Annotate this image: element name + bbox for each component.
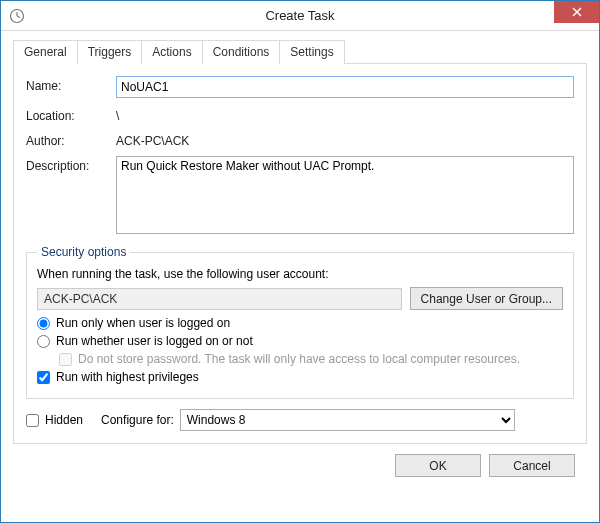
name-label: Name: [26, 76, 116, 93]
configure-for-label: Configure for: [101, 413, 174, 427]
create-task-window: Create Task General Triggers Actions Con… [0, 0, 600, 523]
name-input[interactable] [116, 76, 574, 98]
do-not-store-checkbox [59, 353, 72, 366]
close-button[interactable] [554, 1, 599, 23]
run-highest-row[interactable]: Run with highest privileges [37, 370, 563, 384]
description-label: Description: [26, 156, 116, 173]
change-user-button[interactable]: Change User or Group... [410, 287, 563, 310]
tabpanel-general: Name: Location: \ Author: ACK-PC\ACK Des… [13, 64, 587, 444]
security-options-group: Security options When running the task, … [26, 245, 574, 399]
tab-triggers[interactable]: Triggers [77, 40, 143, 64]
tab-conditions[interactable]: Conditions [202, 40, 281, 64]
hidden-checkbox[interactable] [26, 414, 39, 427]
tab-settings[interactable]: Settings [279, 40, 344, 64]
tabstrip: General Triggers Actions Conditions Sett… [13, 39, 587, 64]
run-whether-label: Run whether user is logged on or not [56, 334, 253, 348]
run-highest-label: Run with highest privileges [56, 370, 199, 384]
close-icon [572, 7, 582, 17]
user-account-display: ACK-PC\ACK [37, 288, 402, 310]
run-whether-radio[interactable] [37, 335, 50, 348]
security-options-legend: Security options [37, 245, 130, 259]
location-value: \ [116, 106, 574, 123]
titlebar: Create Task [1, 1, 599, 31]
client-area: General Triggers Actions Conditions Sett… [1, 31, 599, 499]
run-only-logged-on-row[interactable]: Run only when user is logged on [37, 316, 563, 330]
tab-general[interactable]: General [13, 40, 78, 64]
configure-for-select[interactable]: Windows 8 [180, 409, 515, 431]
run-highest-checkbox[interactable] [37, 371, 50, 384]
location-label: Location: [26, 106, 116, 123]
cancel-button[interactable]: Cancel [489, 454, 575, 477]
run-whether-row[interactable]: Run whether user is logged on or not [37, 334, 563, 348]
hidden-label: Hidden [45, 413, 83, 427]
run-only-logged-on-label: Run only when user is logged on [56, 316, 230, 330]
window-title: Create Task [1, 8, 599, 23]
tab-actions[interactable]: Actions [141, 40, 202, 64]
hidden-row[interactable]: Hidden [26, 413, 83, 427]
when-running-label: When running the task, use the following… [37, 267, 563, 281]
description-textarea[interactable] [116, 156, 574, 234]
author-label: Author: [26, 131, 116, 148]
author-value: ACK-PC\ACK [116, 131, 574, 148]
do-not-store-row: Do not store password. The task will onl… [59, 352, 563, 366]
dialog-footer: OK Cancel [13, 444, 587, 487]
ok-button[interactable]: OK [395, 454, 481, 477]
run-only-logged-on-radio[interactable] [37, 317, 50, 330]
do-not-store-label: Do not store password. The task will onl… [78, 352, 520, 366]
